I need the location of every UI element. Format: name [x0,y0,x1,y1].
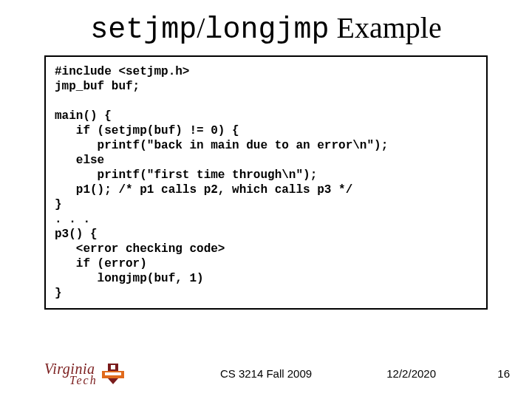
title-code-2: longjmp [205,13,329,47]
title-slash: / [197,11,205,44]
date-label: 12/2/2020 [386,367,436,380]
title-code-1: setjmp [90,13,197,47]
course-label: CS 3214 Fall 2009 [0,367,532,380]
title-rest: Example [330,11,442,44]
slide-title: setjmp/longjmp Example [0,0,532,52]
code-block: #include <setjmp.h> jmp_buf buf; main() … [44,55,488,310]
footer: Virginia Tech CS 3214 Fall 2009 12/2/202… [0,356,532,386]
page-number: 16 [497,367,510,380]
